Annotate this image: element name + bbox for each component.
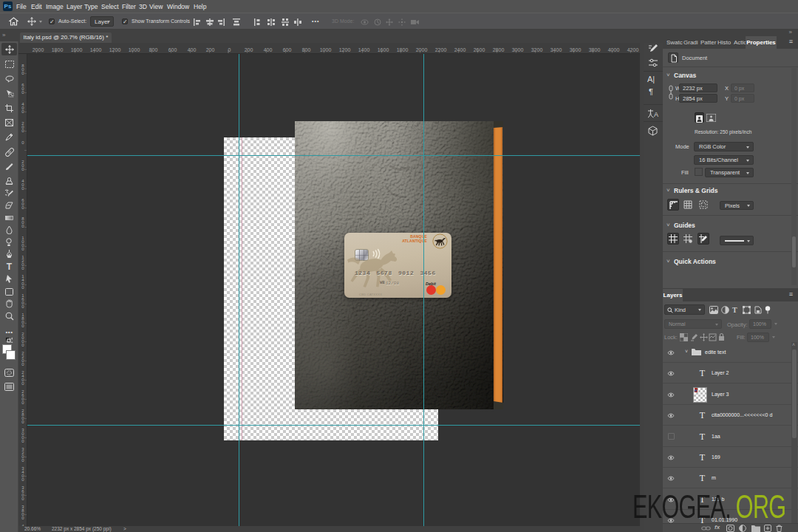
svg-text:A: A xyxy=(654,111,658,118)
